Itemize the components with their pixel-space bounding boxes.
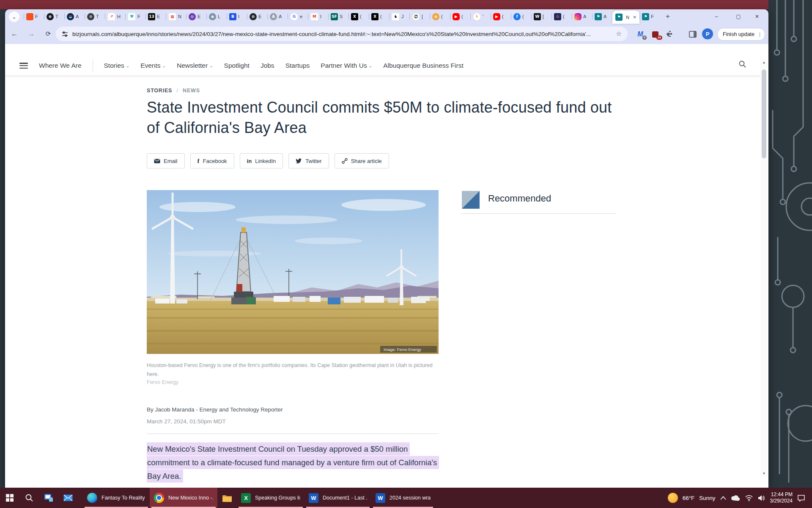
taskbar-app-word-1[interactable]: W Document1 - Last ... xyxy=(304,488,371,508)
share-facebook-button[interactable]: f Facebook xyxy=(190,153,234,168)
browser-tab[interactable]: M I xyxy=(308,9,328,24)
browser-tab[interactable]: ▶ ( xyxy=(491,9,511,24)
onedrive-cloud-icon[interactable] xyxy=(731,495,740,501)
share-linkedin-button[interactable]: in LinkedIn xyxy=(240,153,283,168)
nav-item-newsletter[interactable]: Newsletter⌄ xyxy=(177,62,213,69)
taskbar-app-chrome[interactable]: New Mexico Inno -... xyxy=(150,488,217,508)
browser-tab[interactable]: B I xyxy=(227,9,247,24)
extension-flag-icon[interactable]: 24 xyxy=(650,29,661,40)
article-byline[interactable]: By Jacob Maranda - Energy and Technology… xyxy=(147,406,283,413)
file-explorer-button[interactable] xyxy=(217,488,237,508)
breadcrumb-stories[interactable]: STORIES xyxy=(147,88,172,94)
browser-tab[interactable]: ◉ ( xyxy=(430,9,450,24)
browser-tab[interactable]: A A xyxy=(267,9,288,24)
profile-avatar[interactable]: P xyxy=(702,28,713,39)
weather-sun-icon[interactable] xyxy=(668,493,678,503)
browser-tab[interactable]: ◎ E xyxy=(186,9,206,24)
browser-tab[interactable]: G e xyxy=(288,9,308,24)
browser-tab[interactable]: SF S xyxy=(328,9,348,24)
browser-tab[interactable]: Ⓩ [ xyxy=(409,9,430,24)
browser-tab[interactable]: ↗ H xyxy=(105,9,125,24)
back-button[interactable]: ← xyxy=(8,28,20,40)
active-tab[interactable]: ⚑ N ✕ xyxy=(612,11,639,24)
nav-item-events[interactable]: Events⌄ xyxy=(140,62,166,69)
nav-item-startups[interactable]: Startups xyxy=(285,62,310,69)
new-tab-button[interactable]: + xyxy=(661,9,674,24)
browser-tab[interactable]: ✿ ( xyxy=(551,9,572,24)
taskbar-search-button[interactable] xyxy=(19,488,39,508)
browser-menu-icon[interactable]: ⋮ xyxy=(757,31,762,38)
url-text[interactable]: bizjournals.com/albuquerque/inno/stories… xyxy=(72,31,612,37)
window-close-button[interactable]: ✕ xyxy=(749,9,765,24)
browser-tab[interactable]: ◉ L xyxy=(206,9,227,24)
forward-button[interactable]: → xyxy=(25,28,37,40)
twitter-bird-icon xyxy=(296,158,302,164)
reload-button[interactable]: ⟳ xyxy=(42,28,54,40)
browser-tab[interactable]: F xyxy=(24,9,44,24)
bookmark-star-icon[interactable]: ☆ xyxy=(616,30,622,38)
search-icon[interactable] xyxy=(738,60,746,70)
browser-tab[interactable]: Ψ F xyxy=(125,9,145,24)
breadcrumb-news[interactable]: NEWS xyxy=(183,88,200,94)
nav-item-stories[interactable]: Stories⌄ xyxy=(104,62,130,69)
nav-item-partner-with-us[interactable]: Partner With Us⌄ xyxy=(321,62,372,69)
browser-tab[interactable]: ⚑ F xyxy=(639,9,660,24)
browser-tab[interactable]: ◒ A xyxy=(64,9,85,24)
browser-tab[interactable]: ♞ J xyxy=(389,9,409,24)
weather-temp[interactable]: 66°F xyxy=(683,495,695,501)
scrollbar-thumb[interactable] xyxy=(762,69,766,158)
browser-tab[interactable]: ⊕ T xyxy=(44,9,64,24)
volume-icon[interactable] xyxy=(758,495,765,501)
taskbar-app-edge[interactable]: Fantasy To Reality | ... xyxy=(83,488,150,508)
tab-close-icon[interactable]: ✕ xyxy=(633,15,636,19)
notification-center-icon[interactable] xyxy=(797,494,805,502)
weather-condition[interactable]: Sunny xyxy=(699,495,715,501)
tray-chevron-up-icon[interactable] xyxy=(720,496,726,500)
nav-item-where-we-are[interactable]: Where We Are xyxy=(39,62,82,69)
nav-item-spotlight[interactable]: Spotlight xyxy=(224,62,250,69)
browser-tab[interactable]: X ( xyxy=(369,9,389,24)
browser-tab[interactable]: ▶ ( xyxy=(450,9,470,24)
tab-title-fragment: L xyxy=(218,14,220,19)
nav-item-albuquerque-business-first[interactable]: Albuquerque Business First xyxy=(383,62,464,69)
task-view-button[interactable] xyxy=(39,488,58,508)
taskbar-app-excel[interactable]: X Speaking Groups lis... xyxy=(237,488,304,508)
taskbar-clock[interactable]: 12:44 PM 3/29/2024 xyxy=(770,491,793,504)
window-maximize-button[interactable]: ▢ xyxy=(730,9,747,24)
tab-title-fragment: E xyxy=(258,14,261,19)
tab-title-fragment: A xyxy=(279,14,282,19)
tab-search-button[interactable]: ⌄ xyxy=(9,11,19,22)
tab-title-fragment: E xyxy=(198,14,200,19)
scroll-down-arrow[interactable]: ▼ xyxy=(761,470,767,477)
browser-tab[interactable]: ◌ A xyxy=(572,9,592,24)
address-bar[interactable]: bizjournals.com/albuquerque/inno/stories… xyxy=(56,27,628,41)
browser-tab[interactable]: W [ xyxy=(531,9,551,24)
finish-update-button[interactable]: Finish update ⋮ xyxy=(717,28,765,41)
extension-m-icon[interactable]: M 0 xyxy=(635,29,646,40)
page-scrollbar[interactable]: ▲ ▼ xyxy=(761,59,767,477)
browser-tab[interactable]: X ( xyxy=(348,9,369,24)
mail-button[interactable] xyxy=(58,488,78,508)
browser-tab[interactable]: ⊙ E xyxy=(247,9,267,24)
scroll-up-arrow[interactable]: ▲ xyxy=(761,59,767,66)
browser-tab[interactable]: ⊙ T xyxy=(85,9,105,24)
browser-tab[interactable]: 13 E xyxy=(145,9,166,24)
nav-item-jobs[interactable]: Jobs xyxy=(261,62,274,69)
hamburger-menu-icon[interactable] xyxy=(19,63,28,69)
site-settings-icon[interactable] xyxy=(62,31,68,37)
browser-tab[interactable]: ⚑ A xyxy=(592,9,612,24)
share-twitter-button[interactable]: Twitter xyxy=(288,153,329,168)
maximize-icon: ▢ xyxy=(736,14,741,19)
side-panel-icon[interactable] xyxy=(687,29,698,40)
article-photo[interactable]: Image: Fervo Energy xyxy=(147,190,439,354)
start-button[interactable] xyxy=(0,488,19,508)
share-article-button[interactable]: Share article xyxy=(335,153,389,168)
taskbar-app-word-2[interactable]: W 2024 session wrap ... xyxy=(371,488,435,508)
browser-tab[interactable]: ▦ N xyxy=(166,9,186,24)
browser-tab[interactable]: ϟ ' xyxy=(470,9,491,24)
extensions-puzzle-icon[interactable] xyxy=(664,29,675,40)
browser-tab[interactable]: f ( xyxy=(511,9,531,24)
window-minimize-button[interactable]: – xyxy=(708,9,725,24)
share-email-button[interactable]: Email xyxy=(147,153,185,168)
wifi-icon[interactable] xyxy=(745,495,753,501)
